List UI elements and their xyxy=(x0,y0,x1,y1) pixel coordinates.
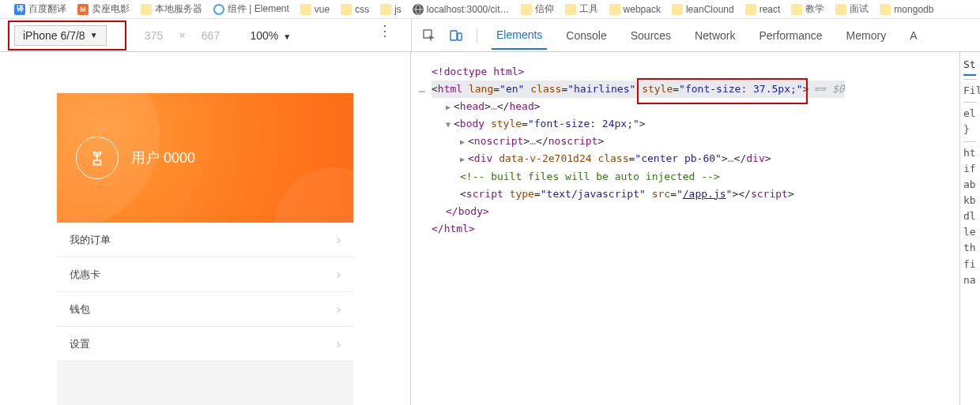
maiz-icon: M xyxy=(77,4,89,15)
elem-icon xyxy=(213,4,224,15)
chevron-down-icon: ▼ xyxy=(283,32,291,41)
inspect-icon[interactable] xyxy=(423,29,435,42)
styles-brace: } xyxy=(963,122,977,137)
dom-html-close[interactable]: </html> xyxy=(419,220,952,238)
folder-icon xyxy=(609,4,620,15)
tab-console[interactable]: Console xyxy=(561,21,611,50)
dom-head[interactable]: ▶<head>…</head> xyxy=(419,98,952,115)
bookmark-item[interactable]: 工具 xyxy=(565,2,598,16)
menu-label: 优惠卡 xyxy=(70,268,100,282)
viewport-width-input[interactable] xyxy=(138,29,170,42)
bookmark-item[interactable]: 面试 xyxy=(835,2,869,16)
elements-dom-tree[interactable]: <!doctype html> …<html lang="en" class="… xyxy=(411,52,959,405)
dom-div[interactable]: ▶<div data-v-2e701d24 class="center pb-6… xyxy=(419,150,952,167)
folder-icon xyxy=(565,4,576,15)
bookmark-item[interactable]: 教学 xyxy=(791,2,824,16)
bookmark-label: react xyxy=(760,4,781,15)
bookmark-item[interactable]: localhost:3000/cit… xyxy=(413,4,510,15)
bookmark-label: 组件 | Element xyxy=(228,2,289,16)
folder-icon xyxy=(672,4,683,15)
tab-memory[interactable]: Memory xyxy=(842,21,891,50)
styles-line: th xyxy=(963,240,977,256)
chevron-down-icon: ▼ xyxy=(90,31,98,39)
bookmark-label: mongodb xyxy=(894,4,933,15)
bookmark-label: vue xyxy=(315,4,330,15)
folder-icon xyxy=(745,4,756,15)
bookmark-label: js xyxy=(394,4,401,15)
phone-viewport: 用户 0000 我的订单›优惠卡›钱包›设置› xyxy=(57,93,353,405)
devtools-tabs: Elements Console Sources Network Perform… xyxy=(411,19,980,51)
bookmark-label: 教学 xyxy=(805,2,824,16)
divider xyxy=(477,28,477,43)
tab-sources[interactable]: Sources xyxy=(626,21,676,50)
styles-pane: St Fil el } htifabkbdllethfina xyxy=(959,52,980,405)
dom-doctype[interactable]: <!doctype html> xyxy=(419,63,952,81)
dom-body-open[interactable]: ▼<body style="font-size: 24px;"> xyxy=(419,115,952,133)
bookmark-item[interactable]: 组件 | Element xyxy=(213,2,289,16)
dom-noscript[interactable]: ▶<noscript>…</noscript> xyxy=(419,133,952,150)
dom-script[interactable]: <script type="text/javascript" src="/app… xyxy=(419,186,952,203)
folder-icon xyxy=(835,4,846,15)
tab-elements[interactable]: Elements xyxy=(492,21,547,50)
viewport-dimensions: × xyxy=(138,29,227,42)
menu-item[interactable]: 优惠卡› xyxy=(57,257,353,292)
user-label: 用户 0000 xyxy=(131,148,195,167)
bookmark-label: 百度翻译 xyxy=(28,2,66,16)
tab-more[interactable]: A xyxy=(905,21,922,50)
bookmark-item[interactable]: 本地服务器 xyxy=(141,2,202,16)
zoom-dropdown[interactable]: 100% ▼ xyxy=(251,29,292,42)
bookmark-item[interactable]: react xyxy=(745,4,781,15)
styles-filter[interactable]: Fil xyxy=(963,83,977,99)
styles-line: if xyxy=(963,161,977,177)
bookmark-item[interactable]: webpack xyxy=(609,4,661,15)
bookmark-item[interactable]: leanClound xyxy=(672,4,734,15)
tab-network[interactable]: Network xyxy=(690,21,740,50)
menu-item[interactable]: 设置› xyxy=(57,327,353,362)
plant-icon xyxy=(87,148,107,168)
folder-icon xyxy=(791,4,802,15)
styles-line: ht xyxy=(963,145,977,161)
kebab-menu-icon[interactable]: ⋮ xyxy=(378,28,392,33)
styles-tab[interactable]: St xyxy=(963,57,977,76)
bookmark-item[interactable]: 信仰 xyxy=(521,2,554,16)
dom-html-open[interactable]: …<html lang="en" class="hairlines" style… xyxy=(432,81,845,98)
folder-icon xyxy=(880,4,891,15)
svg-rect-4 xyxy=(450,31,457,40)
menu-item[interactable]: 我的订单› xyxy=(57,223,353,257)
chevron-right-icon: › xyxy=(337,302,341,317)
bookmark-item[interactable]: vue xyxy=(300,4,330,15)
menu-label: 钱包 xyxy=(70,302,90,317)
expand-icon[interactable]: ▶ xyxy=(460,135,468,148)
device-dropdown[interactable]: iPhone 6/7/8 ▼ xyxy=(14,25,107,46)
styles-line: fi xyxy=(963,257,977,272)
bookmark-item[interactable]: css xyxy=(341,4,369,15)
menu-label: 设置 xyxy=(70,337,90,351)
folder-icon xyxy=(300,4,311,15)
bookmark-item[interactable]: 译百度翻译 xyxy=(14,2,66,16)
expand-icon[interactable]: ▶ xyxy=(460,152,468,166)
bookmark-label: 工具 xyxy=(579,2,598,16)
bookmark-label: localhost:3000/cit… xyxy=(427,4,510,15)
tab-performance[interactable]: Performance xyxy=(754,21,827,50)
folder-icon xyxy=(341,4,352,15)
bookmark-item[interactable]: mongodb xyxy=(880,4,933,15)
chevron-right-icon: › xyxy=(337,268,341,282)
dom-comment[interactable]: <!-- built files will be auto injected -… xyxy=(419,168,952,186)
avatar[interactable] xyxy=(76,137,119,179)
expand-icon[interactable]: ▶ xyxy=(446,100,454,114)
bookmark-label: 面试 xyxy=(850,2,869,16)
bookmark-item[interactable]: js xyxy=(380,4,401,15)
menu-item[interactable]: 钱包› xyxy=(57,292,353,327)
main-area: 用户 0000 我的订单›优惠卡›钱包›设置› <!doctype html> … xyxy=(0,52,980,405)
toolbar-strip: iPhone 6/7/8 ▼ × 100% ▼ ⋮ Elements Conso… xyxy=(0,19,980,52)
times-icon: × xyxy=(179,29,185,42)
bookmark-label: webpack xyxy=(624,4,661,15)
chevron-right-icon: › xyxy=(337,233,341,247)
collapse-icon[interactable]: ▼ xyxy=(446,118,454,131)
dom-body-close[interactable]: </body> xyxy=(419,203,952,220)
bookmarks-bar: 译百度翻译M卖座电影本地服务器组件 | Elementvuecssjslocal… xyxy=(0,0,980,19)
device-toggle-icon[interactable] xyxy=(450,29,462,42)
bookmark-item[interactable]: M卖座电影 xyxy=(77,2,130,16)
styles-line: le xyxy=(963,224,977,240)
viewport-height-input[interactable] xyxy=(195,29,227,42)
